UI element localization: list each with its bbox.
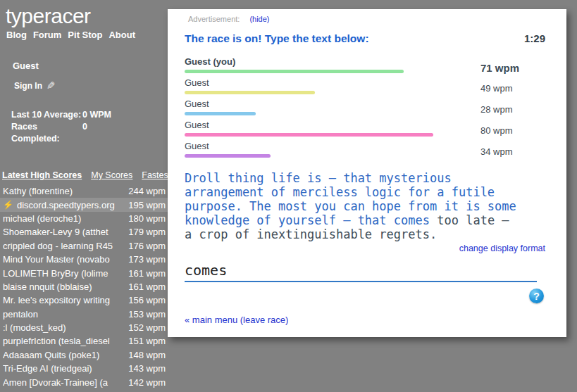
main-nav: Blog Forum Pit Stop About [0,28,168,40]
stat-label: Races Completed: [11,121,82,145]
racer-progress-track [185,70,480,73]
race-text: Droll thing life is — that mysterious ar… [185,171,523,241]
nav-link[interactable]: About [108,30,135,40]
race-panel: Advertisement: (hide) The race is on! Ty… [168,9,566,337]
stat-label: Last 10 Average: [11,109,82,121]
score-row[interactable]: crippled dog - learning R45 176 wpm [0,239,168,253]
pencil-icon[interactable]: ✎ [46,80,56,92]
racer-wpm: 71 wpm [480,62,519,74]
racer-row: Guest 80 wpm [185,118,545,139]
help-icon[interactable]: ? [529,289,544,303]
score-row[interactable]: :l (modest_ked) 152 wpm [0,321,168,334]
score-player-name: blaise nnquit (bblaise) [3,282,122,292]
score-wpm-value: 148 wpm [122,350,166,360]
typeracer-logo[interactable]: typeracer [0,0,168,28]
user-name: Guest [0,40,168,71]
score-row[interactable]: Tri-Edge AI (triedgeai) 143 wpm [0,362,168,375]
score-wpm-value: 173 wpm [122,254,166,265]
racer-row: Guest 34 wpm [185,139,545,160]
score-row[interactable]: Mind Your Master (novabo 173 wpm [0,253,168,266]
hide-ad-link[interactable]: (hide) [249,15,269,23]
race-title: The race is on! Type the text below: [185,32,369,45]
tab-latest-high-scores[interactable]: Latest High Scores [2,170,82,180]
lightning-icon: ⚡ [3,200,13,210]
score-wpm-value: 195 wpm [122,200,166,210]
score-wpm-value: 180 wpm [122,213,166,224]
score-player-name: Mr. lee's expository writing [3,295,122,305]
advertisement-label: Advertisement: [188,15,240,23]
score-player-name: LOLIMETH BryBry (lolime [3,268,122,279]
score-row[interactable]: blaise nnquit (bblaise) 161 wpm [0,280,168,293]
nav-link[interactable]: Pit Stop [68,30,102,40]
score-row[interactable]: michael (deroche1) 180 wpm [0,212,168,225]
score-wpm-value: 244 wpm [122,186,166,196]
racer-row: Guest (you) 71 wpm [185,54,545,75]
score-row[interactable]: Mr. lee's expository writing 156 wpm [0,293,168,307]
racer-wpm: 80 wpm [480,125,513,136]
score-player-name: Kathy (florentine) [3,186,122,196]
racer-progress-bar [185,70,404,73]
high-scores-list: Kathy (florentine) 244 wpm ⚡ discord.spe… [0,184,168,392]
score-player-name: Amen [Dvorak-Trainee] (a [3,377,122,388]
racer-wpm: 49 wpm [480,83,513,94]
race-header: The race is on! Type the text below: 1:2… [185,32,545,45]
score-row[interactable]: Shoemaker-Levy 9 (atthet 179 wpm [0,225,168,239]
score-row[interactable]: pentalon 153 wpm [0,308,168,321]
score-wpm-value: 161 wpm [122,282,166,292]
menu-row: « main menu (leave race) [185,315,545,325]
scores-tabs: Latest High Scores My Scores Fastest Typ… [0,145,168,180]
score-row[interactable]: purplefrIction (tesla_diesel 151 wpm [0,334,168,348]
racer-progress-track [185,133,480,137]
racer-progress-track [185,91,480,94]
race-timer: 1:29 [524,32,545,44]
score-wpm-value: 179 wpm [122,227,166,237]
tab-my-scores[interactable]: My Scores [91,170,132,180]
format-row: change display format [185,244,545,253]
score-row[interactable]: ⚡ discord.speedtypers.org 195 wpm [0,198,168,211]
advertisement-row: Advertisement: (hide) [175,15,545,23]
sign-in-link[interactable]: Sign In [14,81,42,91]
score-row[interactable]: Adaaaam Quits (poke1) 148 wpm [0,348,168,362]
score-wpm-value: 152 wpm [122,322,166,333]
score-wpm-value: 153 wpm [122,309,166,320]
racer-row: Guest 28 wpm [185,96,545,118]
score-row[interactable]: Kristiano (krisco) 140 wpm [0,389,168,392]
score-player-name: Shoemaker-Levy 9 (atthet [3,227,122,237]
racer-progress-bar [185,154,271,158]
score-player-name: :l (modest_ked) [3,322,122,333]
score-player-name: crippled dog - learning R45 [3,241,122,251]
score-wpm-value: 161 wpm [122,268,166,279]
stat-row: Races Completed: 0 [11,121,168,145]
main-menu-link[interactable]: « main menu (leave race) [185,315,288,325]
racer-progress-bar [185,91,315,94]
racer-wpm: 34 wpm [480,146,513,157]
score-row[interactable]: Amen [Dvorak-Trainee] (a 142 wpm [0,375,168,388]
sidebar: typeracer Blog Forum Pit Stop About Gues… [0,0,168,392]
racer-progress-track [185,112,480,115]
score-player-name: michael (deroche1) [3,213,122,224]
score-wpm-value: 143 wpm [122,363,166,374]
score-player-name: Tri-Edge AI (triedgeai) [3,363,122,374]
racer-progress-bar [185,112,256,115]
nav-link[interactable]: Blog [6,30,27,40]
help-icon-row: ? [185,289,545,303]
racer-row: Guest 49 wpm [185,75,545,96]
change-display-format-link[interactable]: change display format [459,244,545,253]
racer-progress-bar [185,133,433,137]
score-player-name: discord.speedtypers.org [17,200,122,210]
user-stats: Last 10 Average: 0 WPM Races Completed: … [0,92,168,145]
racer-progress-track [185,154,480,158]
score-player-name: Mind Your Master (novabo [3,254,122,265]
stat-row: Last 10 Average: 0 WPM [11,109,168,121]
nav-link[interactable]: Forum [33,30,61,40]
typing-input[interactable] [185,260,537,282]
score-player-name: pentalon [3,309,122,320]
score-player-name: purplefrIction (tesla_diesel [3,336,122,346]
score-wpm-value: 142 wpm [122,377,166,388]
score-row[interactable]: Kathy (florentine) 244 wpm [0,184,168,198]
sign-in-row: Sign In ✎ [0,71,168,92]
stat-value: 0 [82,121,87,145]
racer-wpm: 28 wpm [480,104,513,115]
score-row[interactable]: LOLIMETH BryBry (lolime 161 wpm [0,266,168,279]
stat-value: 0 WPM [82,109,111,121]
